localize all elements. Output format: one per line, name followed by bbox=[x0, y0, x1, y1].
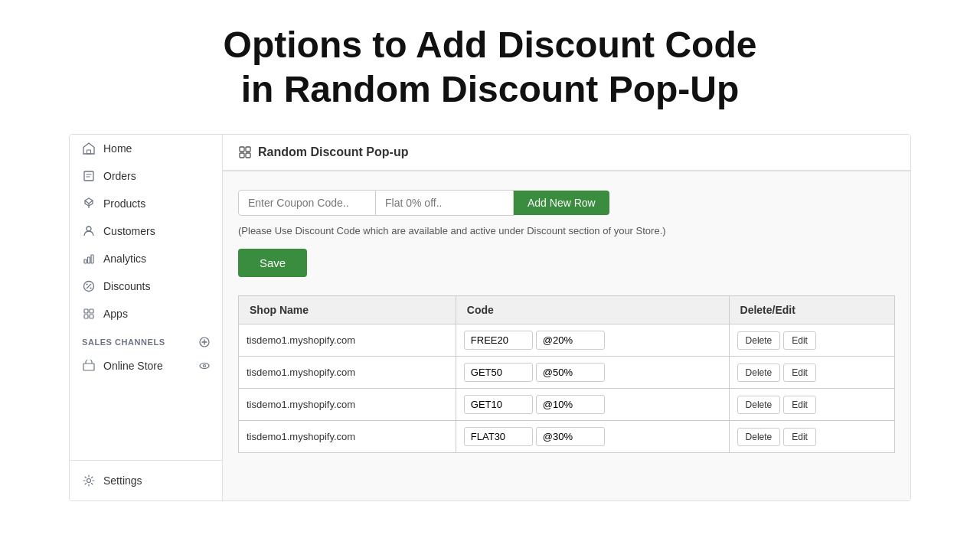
delete-button[interactable]: Delete bbox=[737, 331, 781, 350]
svg-rect-10 bbox=[90, 315, 93, 318]
percent-input[interactable] bbox=[536, 427, 605, 446]
svg-rect-7 bbox=[84, 309, 88, 313]
percent-input[interactable] bbox=[536, 395, 605, 414]
sidebar-item-apps[interactable]: Apps bbox=[70, 300, 222, 328]
svg-point-15 bbox=[87, 479, 91, 483]
settings-icon bbox=[82, 474, 96, 487]
delete-button[interactable]: Delete bbox=[737, 428, 781, 446]
page-title: Options to Add Discount Code in Random D… bbox=[0, 0, 980, 134]
action-cell: Delete Edit bbox=[729, 324, 894, 357]
sidebar-item-analytics-label: Analytics bbox=[103, 253, 146, 265]
sidebar-nav: Home Orders Products bbox=[70, 135, 222, 460]
apps-icon bbox=[82, 307, 96, 321]
eye-icon[interactable] bbox=[199, 360, 210, 371]
svg-point-13 bbox=[200, 364, 209, 369]
edit-button[interactable]: Edit bbox=[783, 396, 816, 414]
app-layout: Home Orders Products bbox=[69, 134, 911, 501]
table-row: tisdemo1.myshopify.com Delete Edit bbox=[239, 421, 895, 453]
online-store-icon bbox=[82, 359, 96, 373]
panel-body: Add New Row (Please Use Discount Code wh… bbox=[223, 171, 910, 471]
code-input[interactable] bbox=[464, 395, 533, 414]
svg-point-2 bbox=[87, 227, 91, 231]
sidebar-item-discounts[interactable]: Discounts bbox=[70, 272, 222, 300]
add-discount-row: Add New Row bbox=[238, 190, 895, 216]
save-button[interactable]: Save bbox=[238, 249, 307, 277]
table-row: tisdemo1.myshopify.com Delete Edit bbox=[239, 357, 895, 389]
svg-rect-3 bbox=[84, 259, 87, 263]
discounts-icon bbox=[82, 279, 96, 293]
edit-button[interactable]: Edit bbox=[783, 331, 816, 350]
sidebar-item-customers-label: Customers bbox=[103, 225, 155, 237]
products-icon bbox=[82, 197, 96, 210]
add-new-row-button[interactable]: Add New Row bbox=[514, 191, 609, 215]
coupon-code-input[interactable] bbox=[238, 190, 376, 216]
sidebar-item-orders-label: Orders bbox=[103, 170, 136, 182]
table-head: Shop Name Code Delete/Edit bbox=[239, 296, 895, 324]
col-code: Code bbox=[456, 296, 729, 324]
svg-rect-1 bbox=[84, 171, 93, 181]
svg-rect-5 bbox=[91, 255, 93, 263]
svg-rect-19 bbox=[246, 153, 250, 158]
sales-channels-header: SALES CHANNELS bbox=[70, 328, 222, 352]
sidebar-item-products[interactable]: Products bbox=[70, 190, 222, 217]
shop-name-cell: tisdemo1.myshopify.com bbox=[239, 357, 456, 389]
settings-label: Settings bbox=[103, 474, 142, 487]
discount-table: Shop Name Code Delete/Edit tisdemo1.mysh… bbox=[238, 295, 895, 453]
svg-rect-0 bbox=[87, 150, 91, 154]
add-channel-icon[interactable] bbox=[199, 337, 210, 347]
code-input[interactable] bbox=[464, 427, 533, 446]
customers-icon bbox=[82, 224, 96, 238]
sidebar-item-customers[interactable]: Customers bbox=[70, 217, 222, 245]
svg-rect-18 bbox=[240, 153, 244, 158]
table-body: tisdemo1.myshopify.com Delete Edit tisde… bbox=[239, 324, 895, 453]
panel-header-icon bbox=[238, 145, 252, 159]
sidebar-item-analytics[interactable]: Analytics bbox=[70, 245, 222, 272]
svg-rect-4 bbox=[88, 257, 90, 263]
delete-button[interactable]: Delete bbox=[737, 364, 781, 382]
code-cell bbox=[456, 389, 729, 421]
panel-header: Random Discount Pop-up bbox=[223, 135, 910, 171]
col-shop-name: Shop Name bbox=[239, 296, 456, 324]
svg-rect-16 bbox=[240, 147, 244, 152]
delete-button[interactable]: Delete bbox=[737, 396, 781, 414]
edit-button[interactable]: Edit bbox=[783, 364, 816, 382]
code-input[interactable] bbox=[464, 331, 533, 350]
sidebar-item-home-label: Home bbox=[103, 142, 132, 155]
percent-input[interactable] bbox=[536, 331, 605, 350]
orders-icon bbox=[82, 169, 96, 183]
sidebar-bottom: Settings bbox=[70, 460, 222, 500]
action-cell: Delete Edit bbox=[729, 421, 894, 453]
panel-title: Random Discount Pop-up bbox=[258, 145, 408, 159]
action-cell: Delete Edit bbox=[729, 357, 894, 389]
col-delete-edit: Delete/Edit bbox=[729, 296, 894, 324]
sidebar-item-discounts-label: Discounts bbox=[103, 280, 150, 292]
sidebar-item-apps-label: Apps bbox=[103, 308, 128, 320]
percent-input[interactable] bbox=[536, 363, 605, 382]
edit-button[interactable]: Edit bbox=[783, 428, 816, 446]
code-input[interactable] bbox=[464, 363, 533, 382]
shop-name-cell: tisdemo1.myshopify.com bbox=[239, 421, 456, 453]
svg-rect-8 bbox=[90, 309, 93, 313]
table-row: tisdemo1.myshopify.com Delete Edit bbox=[239, 389, 895, 421]
shop-name-cell: tisdemo1.myshopify.com bbox=[239, 324, 456, 357]
code-cell bbox=[456, 357, 729, 389]
sidebar-item-home[interactable]: Home bbox=[70, 135, 222, 162]
main-panel: Random Discount Pop-up Add New Row (Plea… bbox=[223, 135, 910, 500]
home-icon bbox=[82, 142, 96, 155]
sidebar-item-online-store[interactable]: Online Store bbox=[70, 352, 222, 380]
disclaimer-text: (Please Use Discount Code which are avai… bbox=[238, 225, 895, 236]
flat-percent-input[interactable] bbox=[376, 190, 514, 216]
sidebar-item-orders[interactable]: Orders bbox=[70, 162, 222, 190]
sidebar-item-products-label: Products bbox=[103, 197, 145, 210]
sidebar-item-settings[interactable]: Settings bbox=[70, 467, 222, 494]
table-row: tisdemo1.myshopify.com Delete Edit bbox=[239, 324, 895, 357]
code-cell bbox=[456, 324, 729, 357]
svg-rect-9 bbox=[84, 315, 88, 318]
svg-point-14 bbox=[204, 365, 206, 367]
sidebar: Home Orders Products bbox=[70, 135, 223, 500]
analytics-icon bbox=[82, 252, 96, 266]
svg-rect-12 bbox=[83, 364, 94, 370]
svg-rect-17 bbox=[246, 147, 250, 152]
action-cell: Delete Edit bbox=[729, 389, 894, 421]
code-cell bbox=[456, 421, 729, 453]
